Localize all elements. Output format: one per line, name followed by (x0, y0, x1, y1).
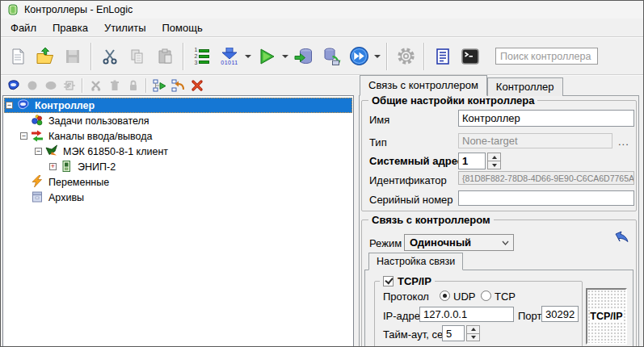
tab-controller-link[interactable]: Связь с контроллером (360, 75, 487, 96)
sync-db-button[interactable] (318, 41, 345, 72)
console-icon (461, 47, 480, 66)
tree-item-archives[interactable]: Архивы (3, 190, 353, 205)
toolbar-separator (386, 43, 388, 70)
type-browse-button[interactable]: ... (618, 136, 629, 148)
collapse-toggle[interactable]: − (35, 148, 42, 155)
fast-forward-icon (349, 46, 369, 66)
load-dropdown-caret[interactable] (243, 41, 253, 72)
serial-number-label: Серийный номер (369, 194, 453, 206)
redirect-arrow-icon[interactable] (614, 231, 629, 243)
right-tabs: Связь с контроллером Контроллер (360, 75, 563, 96)
serial-number-input[interactable] (458, 190, 634, 206)
stepper-up[interactable] (466, 325, 480, 334)
cut-button[interactable] (96, 41, 124, 72)
tab-link-settings[interactable]: Настройка связи (368, 253, 463, 270)
timeout-stepper[interactable] (466, 325, 480, 341)
collapse-toggle[interactable]: − (20, 132, 27, 140)
io-channels-icon (31, 129, 44, 142)
tree-item-controller[interactable]: − Контроллер (3, 98, 353, 113)
menu-edit[interactable]: Правка (44, 19, 96, 36)
tree-item-iec-client[interactable]: − МЭК 61850-8-1 клиент (3, 144, 353, 159)
udp-radio-label: UDP (453, 291, 475, 303)
tree-item-io-channels[interactable]: − Каналы ввода/вывода (3, 128, 353, 144)
report-button[interactable] (429, 41, 457, 72)
port-input[interactable] (541, 306, 579, 322)
run-dropdown-caret[interactable] (280, 41, 290, 72)
tree-item-label[interactable]: Каналы ввода/вывода (48, 131, 152, 142)
gear-icon (396, 46, 416, 66)
stepper-down[interactable] (487, 161, 501, 169)
tree-item-user-tasks[interactable]: Задачи пользователя (3, 113, 353, 128)
timeout-input[interactable] (442, 325, 465, 341)
tree-item-label[interactable]: Архивы (48, 192, 84, 203)
toolbar-separator (145, 78, 147, 93)
fast-commands-button[interactable] (345, 41, 373, 72)
tcp-radio-label: TCP (495, 291, 516, 303)
tree-toolbar (1, 76, 354, 95)
tree-item-label[interactable]: ЭНИП-2 (78, 161, 116, 173)
delete-x-icon (191, 79, 204, 92)
numbered-list-icon: 123 (195, 47, 210, 66)
stepper-up[interactable] (487, 153, 501, 161)
copy-icon (128, 48, 146, 65)
system-address-stepper[interactable] (487, 153, 501, 169)
settings-button[interactable] (392, 41, 419, 72)
mode-select[interactable]: Одиночный (404, 234, 514, 251)
connection-type-item[interactable]: TCP/IP (586, 288, 627, 345)
cut-node-button-disabled (86, 77, 105, 94)
open-project-button[interactable] (32, 41, 59, 72)
tree-item-label[interactable]: МЭК 61850-8-1 клиент (63, 146, 168, 157)
tree-item-variables[interactable]: Переменные (3, 174, 353, 190)
menu-file[interactable]: Файл (2, 19, 44, 36)
controller-icon (7, 79, 20, 92)
chevron-down-icon[interactable] (497, 235, 513, 250)
search-input[interactable] (495, 48, 598, 65)
expand-tree-button[interactable] (150, 77, 169, 94)
enip-device-icon (60, 160, 73, 173)
paste-button-disabled (151, 41, 179, 72)
tree-item-enip-device[interactable]: + ЭНИП-2 (3, 159, 353, 174)
menu-help[interactable]: Помощь (154, 19, 211, 36)
run-button[interactable] (253, 41, 280, 72)
main-toolbar: 123 01011 (1, 38, 643, 74)
write-to-db-button[interactable] (290, 41, 318, 72)
add-controller-button[interactable] (4, 77, 23, 94)
mode-value: Одиночный (405, 236, 497, 249)
fast-commands-caret[interactable] (373, 41, 382, 72)
app-window: Контроллеры - EnLogic Файл Правка Утилит… (0, 0, 644, 347)
toolbar-separator (90, 43, 92, 70)
tcp-radio[interactable] (481, 291, 491, 301)
type-input (458, 133, 612, 148)
new-document-button[interactable] (4, 41, 32, 72)
download-arrow-icon (220, 48, 239, 60)
collapse-tree-icon (171, 79, 185, 92)
tcpip-checkbox[interactable] (383, 276, 394, 286)
identifier-value: {81D8F882-78D8-4D66-9E90-C6CA6D7765A4} (458, 171, 634, 185)
tree-item-label[interactable]: Задачи пользователя (48, 115, 149, 127)
add-function-block-button-disabled (60, 77, 78, 94)
load-code-label: 01011 (221, 60, 238, 65)
stepper-down[interactable] (466, 334, 480, 342)
expand-toggle[interactable]: + (49, 163, 57, 170)
group-title: Общие настройки контроллера (368, 94, 537, 107)
function-block-icon (63, 79, 76, 92)
identifier-label: Идентификатор (369, 174, 447, 186)
menu-utilities[interactable]: Утилиты (96, 19, 154, 36)
delete-button[interactable] (187, 77, 206, 94)
tree-item-label[interactable]: Контроллер (35, 100, 95, 111)
group-title: Связь с контроллером (368, 214, 494, 226)
circle-icon (26, 79, 39, 92)
name-input[interactable] (458, 110, 634, 127)
load-to-controller-button[interactable]: 01011 (216, 41, 243, 72)
tab-controller[interactable]: Контроллер (487, 77, 563, 96)
system-address-input[interactable] (458, 153, 486, 169)
collapse-tree-button[interactable] (169, 77, 187, 94)
ip-address-input[interactable] (419, 307, 514, 322)
console-button[interactable] (457, 41, 484, 72)
tree-item-label[interactable]: Переменные (48, 177, 109, 188)
collapse-toggle[interactable]: − (6, 102, 13, 109)
system-address-label: Системный адрес (369, 155, 463, 167)
udp-radio[interactable] (440, 291, 450, 301)
protocol-label: Протокол (383, 291, 429, 303)
numbered-list-button[interactable]: 123 (188, 41, 216, 72)
